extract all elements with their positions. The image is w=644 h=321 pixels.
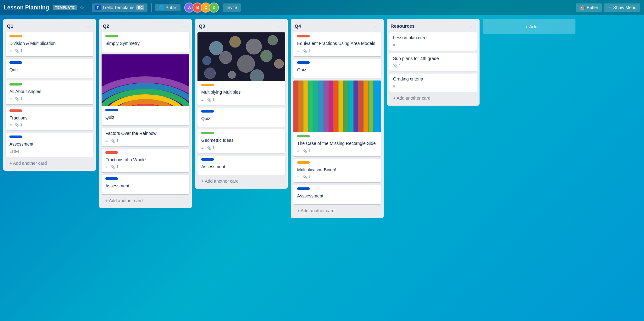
cards-q4: Equivalent Fractions Using Area Models ≡… — [291, 32, 384, 204]
cards-q3: Multiplying Multiples ≡ 📎 1 Quiz — [195, 32, 288, 175]
description-icon: ≡ — [105, 139, 108, 143]
table-row[interactable]: Assessment — [102, 175, 189, 194]
column-menu-icon-resources[interactable]: ··· — [467, 22, 476, 30]
card-content: Quiz — [293, 59, 381, 78]
card-image-colorful — [293, 80, 381, 132]
attachment-count: 📎 1 — [207, 97, 214, 102]
card-title: Quiz — [201, 116, 281, 122]
column-title-q2: Q2 — [103, 23, 109, 29]
template-badge: TEMPLATE — [53, 5, 77, 10]
visibility-label: Public — [165, 5, 177, 10]
add-card-button-resources[interactable]: + Add another card — [389, 93, 477, 103]
card-title: Assessment — [105, 183, 186, 189]
table-row[interactable]: Grading criteria ≡ — [389, 74, 477, 92]
cards-q1: Division & Multiplication ≡ 📎 1 Quiz — [3, 32, 96, 157]
table-row[interactable]: Factors Over the Rainbow ≡ 📎 1 — [102, 128, 189, 146]
visibility-button[interactable]: 🌐 Public — [155, 4, 180, 11]
description-icon: ≡ — [9, 49, 12, 53]
table-row[interactable]: Multiplication Bingo! ≡ 📎 1 — [293, 159, 381, 183]
svg-point-17 — [274, 59, 284, 69]
attachment-count: 📎 1 — [15, 97, 23, 101]
column-header-resources: Resources ··· — [387, 19, 480, 32]
column-menu-icon-q1[interactable]: ··· — [84, 22, 92, 30]
table-row[interactable]: Lesson plan credit ≡ — [389, 32, 477, 51]
column-q4: Q4 ··· Equivalent Fractions Using Area M… — [291, 19, 384, 218]
table-row[interactable]: Simply Symmetry — [102, 32, 189, 52]
invite-button[interactable]: Invite — [223, 3, 241, 12]
add-list-label: + Add — [525, 24, 537, 29]
card-content: Multiplication Bingo! ≡ 📎 1 — [293, 159, 381, 183]
table-row[interactable]: Fractions ≡ 📎 1 — [6, 107, 93, 131]
table-row[interactable]: Sub plans for 4th grade 📎 1 — [389, 53, 477, 71]
card-label — [201, 110, 214, 113]
column-menu-icon-q2[interactable]: ··· — [180, 22, 188, 30]
butler-button[interactable]: 🤖 Butler — [576, 3, 602, 12]
card-content: Asssessment — [293, 185, 381, 204]
add-card-button-q1[interactable]: + Add another card — [6, 158, 93, 168]
card-content: Assessment — [197, 156, 285, 175]
show-menu-button[interactable]: ··· Show Menu — [604, 3, 640, 12]
table-row[interactable]: Geometric Ideas ≡ 📎 1 — [197, 129, 285, 153]
table-row[interactable]: Quiz — [102, 54, 189, 126]
card-content: Quiz — [102, 106, 189, 126]
table-row[interactable]: Fractions of a Whole ≡ 📎 1 — [102, 149, 189, 173]
card-content: Simply Symmetry — [102, 32, 189, 52]
star-icon[interactable]: ☆ — [80, 5, 84, 11]
table-row[interactable]: Asssessment — [293, 185, 381, 204]
column-header-q4: Q4 ··· — [291, 19, 384, 32]
card-content: Multiplying Multiples ≡ 📎 1 — [197, 81, 285, 105]
card-title: Division & Multiplication — [9, 41, 90, 47]
card-label — [201, 84, 214, 86]
card-label — [105, 109, 118, 111]
card-title: Equivalent Fractions Using Area Models — [297, 41, 377, 47]
add-card-button-q2[interactable]: + Add another card — [102, 196, 189, 206]
table-row[interactable]: Division & Multiplication ≡ 📎 1 — [6, 32, 93, 56]
card-content: Factors Over the Rainbow ≡ 📎 1 — [102, 128, 189, 146]
svg-point-10 — [230, 36, 241, 47]
workspace-name: Trello Templates — [103, 5, 135, 10]
add-list-button[interactable]: + + Add — [483, 19, 575, 34]
attachment-count: 📎 1 — [111, 165, 119, 169]
description-icon: ≡ — [9, 123, 12, 127]
add-card-button-q4[interactable]: + Add another card — [293, 206, 381, 216]
table-row[interactable]: Quiz — [293, 59, 381, 78]
card-title: Quiz — [105, 114, 186, 121]
show-menu-label: Show Menu — [613, 5, 636, 10]
column-menu-icon-q3[interactable]: ··· — [275, 22, 284, 30]
add-card-button-q3[interactable]: + Add another card — [197, 176, 285, 186]
card-meta: ≡ 📎 1 — [201, 97, 281, 102]
card-content: Grading criteria ≡ — [389, 74, 477, 92]
workspace-button[interactable]: T Trello Templates BC — [92, 3, 148, 12]
table-row[interactable]: All About Angles ≡ 📎 1 — [6, 80, 93, 104]
card-content: Assessment ☑ 0/4 — [6, 133, 93, 157]
plus-icon: + — [521, 24, 524, 29]
card-label — [297, 135, 310, 137]
header-divider — [88, 3, 88, 12]
card-meta: ☑ 0/4 — [9, 149, 90, 154]
card-meta: ≡ 📎 1 — [105, 165, 186, 169]
workspace-code: BC — [136, 5, 144, 10]
header-divider2 — [151, 3, 152, 12]
card-title: The Case of the Missing Rectangle Side — [297, 141, 377, 147]
table-row[interactable]: Assessment ☑ 0/4 — [6, 133, 93, 157]
table-row[interactable]: Multiplying Multiples ≡ 📎 1 — [197, 32, 285, 105]
column-resources: Resources ··· Lesson plan credit ≡ Sub p… — [387, 19, 480, 106]
card-meta: ≡ 📎 1 — [9, 97, 90, 101]
cards-resources: Lesson plan credit ≡ Sub plans for 4th g… — [387, 32, 480, 92]
table-row[interactable]: Quiz — [6, 59, 93, 78]
column-q3: Q3 ··· — [195, 19, 288, 189]
card-content: Quiz — [6, 59, 93, 78]
card-meta: 📎 1 — [393, 64, 473, 68]
svg-point-16 — [260, 50, 272, 62]
card-label — [105, 177, 118, 180]
card-content: Geometric Ideas ≡ 📎 1 — [197, 129, 285, 153]
table-row[interactable]: Quiz — [197, 108, 285, 127]
card-label — [9, 35, 22, 37]
card-title: Fractions of a Whole — [105, 157, 186, 163]
table-row[interactable]: The Case of the Missing Rectangle Side ≡… — [293, 80, 381, 156]
column-menu-icon-q4[interactable]: ··· — [371, 22, 380, 30]
svg-point-14 — [219, 51, 232, 64]
table-row[interactable]: Equivalent Fractions Using Area Models ≡… — [293, 32, 381, 56]
table-row[interactable]: Assessment — [197, 156, 285, 175]
attachment-count: 📎 1 — [111, 139, 119, 143]
